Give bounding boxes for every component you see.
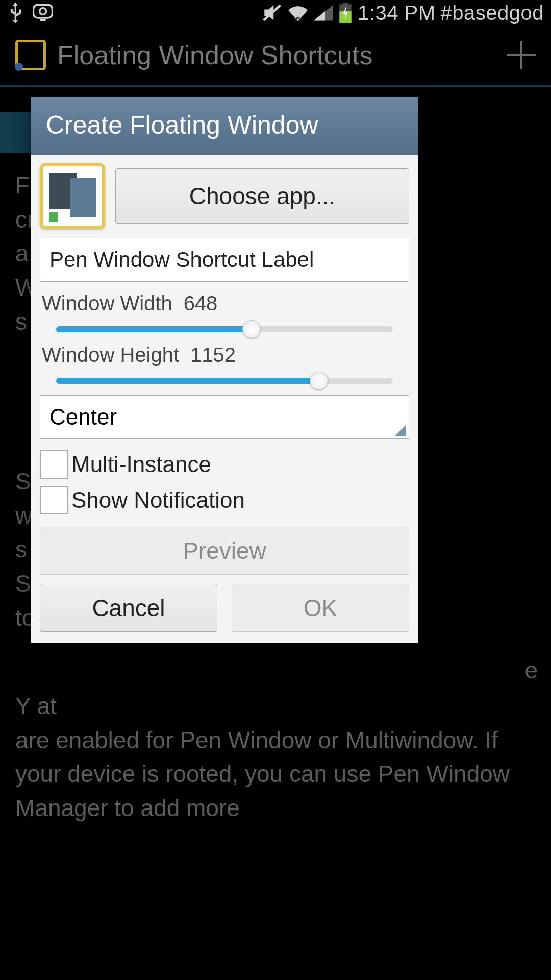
multi-instance-checkbox[interactable] — [40, 450, 68, 479]
position-value: Center — [49, 404, 117, 430]
mute-icon — [262, 4, 282, 22]
show-notification-label: Show Notification — [71, 487, 245, 513]
bg-text-e: e — [524, 653, 538, 688]
status-left — [7, 2, 53, 23]
app-thumbnail — [40, 163, 105, 229]
signal-icon — [314, 5, 333, 21]
status-right: 1:34 PM #basedgod — [262, 2, 544, 24]
tv-icon — [33, 4, 53, 22]
add-button[interactable] — [507, 41, 536, 69]
status-time: 1:34 PM — [358, 2, 435, 24]
wifi-icon — [287, 4, 309, 21]
ok-button[interactable]: OK — [232, 584, 409, 632]
svg-point-1 — [40, 8, 46, 15]
status-suffix: #basedgod — [441, 2, 544, 24]
battery-icon — [338, 3, 353, 23]
dialog-title: Create Floating Window — [31, 97, 418, 155]
dialog-body: Choose app... Window Width648 Window Hei… — [31, 155, 418, 643]
app-icon — [15, 40, 46, 70]
window-height-slider[interactable]: Window Height1152 — [42, 344, 407, 384]
status-bar: 1:34 PM #basedgod — [0, 0, 551, 26]
window-height-label: Window Height1152 — [42, 344, 407, 366]
preview-button[interactable]: Preview — [40, 527, 409, 575]
app-title: Floating Window Shortcuts — [57, 40, 507, 70]
position-select[interactable]: Center — [40, 395, 409, 439]
window-width-slider[interactable]: Window Width648 — [42, 292, 407, 332]
multi-instance-label: Multi-Instance — [71, 452, 211, 477]
cancel-button[interactable]: Cancel — [40, 584, 217, 632]
choose-app-button[interactable]: Choose app... — [115, 168, 409, 224]
bg-text-bottom: Y at are enabled for Pen Window or Multi… — [0, 689, 551, 825]
svg-rect-4 — [343, 3, 348, 5]
shortcut-label-input[interactable] — [40, 238, 409, 282]
usb-icon — [7, 2, 23, 23]
create-floating-window-dialog: Create Floating Window Choose app... Win… — [31, 97, 418, 643]
window-width-label: Window Width648 — [42, 292, 407, 315]
svg-rect-0 — [33, 5, 52, 18]
show-notification-checkbox[interactable] — [40, 486, 68, 514]
app-header: Floating Window Shortcuts — [0, 26, 551, 87]
